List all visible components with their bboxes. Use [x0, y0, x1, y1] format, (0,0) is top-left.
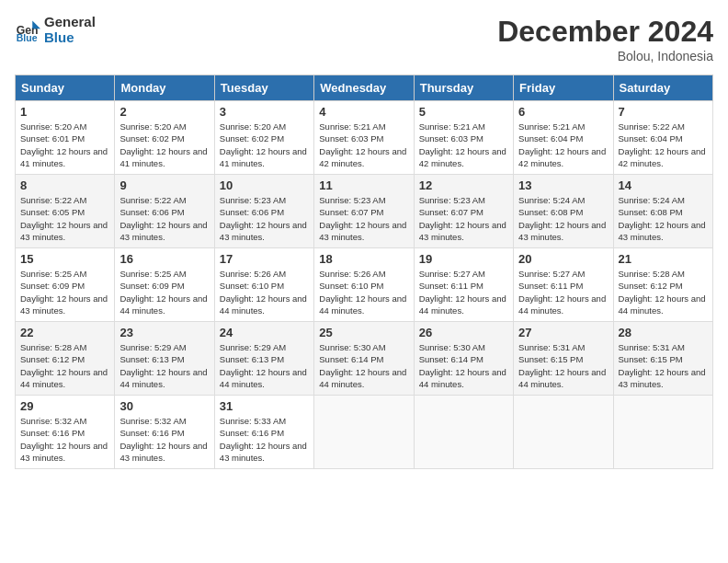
calendar-week-row: 29 Sunrise: 5:32 AM Sunset: 6:16 PM Dayl… [16, 396, 713, 469]
calendar-day-cell: 17 Sunrise: 5:26 AM Sunset: 6:10 PM Dayl… [214, 248, 313, 322]
day-info: Sunrise: 5:30 AM Sunset: 6:14 PM Dayligh… [319, 341, 408, 390]
day-info: Sunrise: 5:21 AM Sunset: 6:03 PM Dayligh… [419, 121, 508, 169]
calendar-week-row: 8 Sunrise: 5:22 AM Sunset: 6:05 PM Dayli… [16, 175, 713, 248]
calendar-day-cell: 31 Sunrise: 5:33 AM Sunset: 6:16 PM Dayl… [214, 396, 313, 469]
day-info: Sunrise: 5:31 AM Sunset: 6:15 PM Dayligh… [619, 341, 708, 390]
day-info: Sunrise: 5:32 AM Sunset: 6:16 PM Dayligh… [20, 415, 109, 464]
calendar-day-cell: 7 Sunrise: 5:22 AM Sunset: 6:04 PM Dayli… [613, 101, 712, 175]
calendar-day-cell: 30 Sunrise: 5:32 AM Sunset: 6:16 PM Dayl… [115, 396, 214, 469]
weekday-header: Saturday [613, 75, 712, 101]
calendar-day-cell: 14 Sunrise: 5:24 AM Sunset: 6:08 PM Dayl… [613, 175, 712, 248]
day-info: Sunrise: 5:26 AM Sunset: 6:10 PM Dayligh… [319, 268, 408, 316]
logo-icon: Gen Blue [15, 17, 40, 43]
day-info: Sunrise: 5:21 AM Sunset: 6:04 PM Dayligh… [518, 121, 608, 169]
calendar-day-cell: 4 Sunrise: 5:21 AM Sunset: 6:03 PM Dayli… [314, 101, 414, 175]
day-number: 5 [419, 105, 508, 119]
day-info: Sunrise: 5:20 AM Sunset: 6:01 PM Dayligh… [20, 121, 109, 169]
day-info: Sunrise: 5:31 AM Sunset: 6:15 PM Dayligh… [518, 341, 608, 390]
calendar-day-cell: 28 Sunrise: 5:31 AM Sunset: 6:15 PM Dayl… [613, 322, 712, 396]
day-number: 22 [20, 326, 109, 339]
day-info: Sunrise: 5:24 AM Sunset: 6:08 PM Dayligh… [619, 194, 708, 243]
calendar-day-cell: 1 Sunrise: 5:20 AM Sunset: 6:01 PM Dayli… [16, 101, 115, 175]
svg-text:Blue: Blue [17, 32, 38, 43]
day-number: 13 [518, 178, 608, 192]
weekday-header: Thursday [414, 75, 513, 101]
day-info: Sunrise: 5:32 AM Sunset: 6:16 PM Dayligh… [119, 415, 209, 464]
calendar-day-cell: 23 Sunrise: 5:29 AM Sunset: 6:13 PM Dayl… [115, 322, 214, 396]
day-info: Sunrise: 5:22 AM Sunset: 6:06 PM Dayligh… [119, 194, 209, 243]
day-number: 18 [319, 252, 408, 266]
calendar-day-cell [613, 396, 712, 469]
day-number: 30 [119, 399, 209, 413]
day-info: Sunrise: 5:27 AM Sunset: 6:11 PM Dayligh… [419, 268, 508, 316]
logo-text: General Blue [44, 15, 96, 45]
day-number: 1 [20, 105, 109, 119]
day-number: 28 [619, 326, 708, 339]
calendar-day-cell: 26 Sunrise: 5:30 AM Sunset: 6:14 PM Dayl… [414, 322, 513, 396]
calendar-day-cell: 20 Sunrise: 5:27 AM Sunset: 6:11 PM Dayl… [514, 248, 613, 322]
calendar-day-cell: 10 Sunrise: 5:23 AM Sunset: 6:06 PM Dayl… [214, 175, 313, 248]
page-header: Gen Blue General Blue December 2024 Bolo… [15, 15, 713, 63]
day-number: 15 [20, 252, 109, 266]
day-info: Sunrise: 5:20 AM Sunset: 6:02 PM Dayligh… [220, 121, 309, 169]
calendar-day-cell: 15 Sunrise: 5:25 AM Sunset: 6:09 PM Dayl… [16, 248, 115, 322]
day-number: 2 [119, 105, 209, 119]
day-number: 16 [119, 252, 209, 266]
calendar-day-cell: 5 Sunrise: 5:21 AM Sunset: 6:03 PM Dayli… [414, 101, 513, 175]
day-info: Sunrise: 5:23 AM Sunset: 6:07 PM Dayligh… [419, 194, 508, 243]
day-number: 31 [220, 399, 309, 413]
day-info: Sunrise: 5:24 AM Sunset: 6:08 PM Dayligh… [518, 194, 608, 243]
day-number: 23 [119, 326, 209, 339]
calendar-table: SundayMondayTuesdayWednesdayThursdayFrid… [15, 75, 713, 469]
calendar-day-cell: 18 Sunrise: 5:26 AM Sunset: 6:10 PM Dayl… [314, 248, 414, 322]
location: Bolou, Indonesia [497, 49, 713, 63]
day-number: 26 [419, 326, 508, 339]
day-number: 10 [220, 178, 309, 192]
calendar-day-cell: 24 Sunrise: 5:29 AM Sunset: 6:13 PM Dayl… [214, 322, 313, 396]
day-number: 29 [20, 399, 109, 413]
day-info: Sunrise: 5:28 AM Sunset: 6:12 PM Dayligh… [619, 268, 708, 316]
day-info: Sunrise: 5:25 AM Sunset: 6:09 PM Dayligh… [119, 268, 209, 316]
calendar-day-cell [314, 396, 414, 469]
day-info: Sunrise: 5:33 AM Sunset: 6:16 PM Dayligh… [220, 415, 309, 464]
calendar-day-cell: 3 Sunrise: 5:20 AM Sunset: 6:02 PM Dayli… [214, 101, 313, 175]
logo: Gen Blue General Blue [15, 15, 96, 45]
day-info: Sunrise: 5:29 AM Sunset: 6:13 PM Dayligh… [119, 341, 209, 390]
day-number: 9 [119, 178, 209, 192]
calendar-day-cell: 11 Sunrise: 5:23 AM Sunset: 6:07 PM Dayl… [314, 175, 414, 248]
day-number: 6 [518, 105, 608, 119]
calendar-week-row: 15 Sunrise: 5:25 AM Sunset: 6:09 PM Dayl… [16, 248, 713, 322]
day-info: Sunrise: 5:21 AM Sunset: 6:03 PM Dayligh… [319, 121, 408, 169]
day-info: Sunrise: 5:26 AM Sunset: 6:10 PM Dayligh… [220, 268, 309, 316]
day-info: Sunrise: 5:25 AM Sunset: 6:09 PM Dayligh… [20, 268, 109, 316]
calendar-day-cell: 8 Sunrise: 5:22 AM Sunset: 6:05 PM Dayli… [16, 175, 115, 248]
weekday-header: Tuesday [214, 75, 313, 101]
day-number: 12 [419, 178, 508, 192]
day-number: 20 [518, 252, 608, 266]
calendar-day-cell: 13 Sunrise: 5:24 AM Sunset: 6:08 PM Dayl… [514, 175, 613, 248]
calendar-week-row: 22 Sunrise: 5:28 AM Sunset: 6:12 PM Dayl… [16, 322, 713, 396]
day-number: 3 [220, 105, 309, 119]
weekday-header: Monday [115, 75, 214, 101]
calendar-day-cell: 27 Sunrise: 5:31 AM Sunset: 6:15 PM Dayl… [514, 322, 613, 396]
day-number: 27 [518, 326, 608, 339]
weekday-header: Sunday [16, 75, 115, 101]
day-info: Sunrise: 5:23 AM Sunset: 6:07 PM Dayligh… [319, 194, 408, 243]
day-number: 7 [619, 105, 708, 119]
day-info: Sunrise: 5:23 AM Sunset: 6:06 PM Dayligh… [220, 194, 309, 243]
calendar-day-cell: 2 Sunrise: 5:20 AM Sunset: 6:02 PM Dayli… [115, 101, 214, 175]
day-number: 8 [20, 178, 109, 192]
day-number: 4 [319, 105, 408, 119]
calendar-day-cell: 12 Sunrise: 5:23 AM Sunset: 6:07 PM Dayl… [414, 175, 513, 248]
calendar-day-cell: 16 Sunrise: 5:25 AM Sunset: 6:09 PM Dayl… [115, 248, 214, 322]
calendar-header-row: SundayMondayTuesdayWednesdayThursdayFrid… [16, 75, 713, 101]
day-number: 19 [419, 252, 508, 266]
calendar-week-row: 1 Sunrise: 5:20 AM Sunset: 6:01 PM Dayli… [16, 101, 713, 175]
svg-marker-1 [32, 20, 40, 29]
day-info: Sunrise: 5:20 AM Sunset: 6:02 PM Dayligh… [119, 121, 209, 169]
day-info: Sunrise: 5:28 AM Sunset: 6:12 PM Dayligh… [20, 341, 109, 390]
day-info: Sunrise: 5:27 AM Sunset: 6:11 PM Dayligh… [518, 268, 608, 316]
day-info: Sunrise: 5:30 AM Sunset: 6:14 PM Dayligh… [419, 341, 508, 390]
day-info: Sunrise: 5:22 AM Sunset: 6:04 PM Dayligh… [619, 121, 708, 169]
day-number: 14 [619, 178, 708, 192]
